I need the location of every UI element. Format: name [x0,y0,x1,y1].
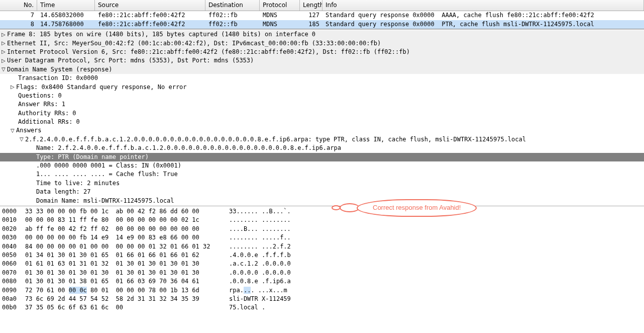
hex-row[interactable]: 005001 34 01 30 01 30 01 65 01 66 01 66 … [0,251,644,260]
expand-icon[interactable]: ▷ [0,57,7,65]
hex-bytes: ab ff fe 00 42 f2 ff 02 00 00 00 00 00 0… [25,225,229,233]
tree-item-udp[interactable]: ▷User Datagram Protocol, Src Port: mdns … [0,56,644,65]
hex-offset: 0060 [2,260,25,268]
label: Transaction ID: 0x0000 [18,74,98,82]
label: Authority RRs: 0 [18,109,76,118]
hex-ascii: 33...... ..B...`. [229,207,291,216]
tree-item-answer-ptr[interactable]: ▽2.f.2.4.0.0.e.f.f.f.b.a.c.1.2.0.0.0.0.0… [0,135,644,144]
tree-item-datalen[interactable]: Data length: 27 [0,188,644,196]
label: Data length: 27 [36,188,90,196]
tree-item-ethernet[interactable]: ▷Ethernet II, Src: MeyerSou_00:42:f2 (00… [0,39,644,48]
cell-no: 7 [0,11,37,20]
tree-item-domainname[interactable]: Domain Name: msli-DWTRX-11245975.local [0,197,644,205]
col-header-info[interactable]: Info [323,0,644,11]
cell-info: Standard query response 0x0000 PTR, cach… [323,20,644,29]
hex-offset: 0000 [2,207,25,216]
hex-ascii: sli-DWTR X-112459 [229,295,291,303]
cell-len: 127 [300,11,323,20]
hex-offset: 00b0 [2,303,25,312]
hex-offset: 0050 [2,251,25,260]
col-header-length[interactable]: Length [300,0,323,11]
label: Domain Name: msli-DWTRX-11245975.local [36,197,174,205]
hex-row[interactable]: 00b037 35 05 6c 6f 63 61 6c 0075.local . [0,303,644,312]
hex-bytes: 01 61 01 63 01 31 01 32 01 30 01 30 01 3… [25,260,229,268]
hex-bytes: 37 35 05 6c 6f 63 61 6c 00 [25,303,229,312]
cell-len: 185 [300,20,323,29]
cell-time: 14.658032000 [37,11,95,20]
hex-bytes: 33 33 00 00 00 fb 00 1c ab 00 42 f2 86 d… [25,207,229,216]
hex-offset: 0070 [2,269,25,277]
hex-offset: 0080 [2,277,25,286]
tree-item-addrrs[interactable]: Additional RRs: 0 [0,118,644,126]
tree-item-ipv6[interactable]: ▷Internet Protocol Version 6, Src: fe80:… [0,48,644,56]
cell-proto: MDNS [260,20,300,29]
collapse-icon[interactable]: ▽ [18,136,25,143]
label: Questions: 0 [18,92,62,100]
tree-item-frame[interactable]: ▷Frame 8: 185 bytes on wire (1480 bits),… [0,30,644,39]
hex-ascii: ........ .....f.. [229,233,291,242]
hex-bytes: 72 70 61 00 00 0c 80 01 00 00 00 78 00 1… [25,286,229,295]
hex-offset: 0040 [2,242,25,251]
packet-row[interactable]: 8 14.758768000 fe80::21c:abff:fe00:42f2 … [0,20,644,29]
tree-item-answerrrs[interactable]: Answer RRs: 1 [0,100,644,109]
hex-ascii: ....B... ........ [229,225,291,233]
hex-row[interactable]: 0020ab ff fe 00 42 f2 ff 02 00 00 00 00 … [0,225,644,233]
hex-row[interactable]: 006001 61 01 63 01 31 01 32 01 30 01 30 … [0,260,644,268]
cell-src: fe80::21c:abff:fe00:42f2 [95,11,205,20]
cell-no: 8 [0,20,37,29]
col-header-time[interactable]: Time [37,0,95,11]
hex-bytes: 84 00 00 00 00 01 00 00 00 00 00 01 32 0… [25,242,229,251]
hex-bytes: 00 00 00 00 00 fb 14 e9 14 e9 00 83 e8 6… [25,233,229,242]
cell-dst: ff02::fb [205,11,260,20]
col-header-no[interactable]: No. [0,0,37,11]
label: Frame 8: 185 bytes on wire (1480 bits), … [7,30,315,39]
hex-bytes: 73 6c 69 2d 44 57 54 52 58 2d 31 31 32 3… [25,295,229,303]
hex-bytes: 00 00 00 83 11 ff fe 80 00 00 00 00 00 0… [25,216,229,224]
packet-row[interactable]: 7 14.658032000 fe80::21c:abff:fe00:42f2 … [0,11,644,20]
hex-row[interactable]: 004084 00 00 00 00 01 00 00 00 00 00 01 … [0,242,644,251]
collapse-icon[interactable]: ▽ [0,66,7,73]
expand-icon[interactable]: ▷ [0,48,7,56]
tree-item-authrrs[interactable]: Authority RRs: 0 [0,109,644,118]
label: Internet Protocol Version 6, Src: fe80::… [7,48,410,56]
tree-item-ttl[interactable]: Time to live: 2 minutes [0,179,644,188]
cell-info: Standard query response 0x0000 AAAA, cac… [323,11,644,20]
hex-offset: 00a0 [2,295,25,303]
tree-item-class[interactable]: .000 0000 0000 0001 = Class: IN (0x0001) [0,161,644,170]
label: Answers [16,126,42,135]
hex-ascii: .a.c.1.2 .0.0.0.0 [229,260,291,268]
hex-row[interactable]: 003000 00 00 00 00 fb 14 e9 14 e9 00 83 … [0,233,644,242]
collapse-icon[interactable]: ▽ [9,127,16,135]
label: Flags: 0x8400 Standard query response, N… [16,83,187,92]
hex-ascii: .0.0.0.0 .0.0.0.0 [229,269,291,277]
col-header-protocol[interactable]: Protocol [260,0,300,11]
packet-list-header: No. Time Source Destination Protocol Len… [0,0,644,11]
hex-offset: 0020 [2,225,25,233]
expand-icon[interactable]: ▷ [9,84,16,91]
tree-item-answers[interactable]: ▽Answers [0,126,644,135]
tree-item-txid[interactable]: Transaction ID: 0x0000 [0,74,644,82]
hex-row[interactable]: 007001 30 01 30 01 30 01 30 01 30 01 30 … [0,269,644,277]
col-header-dest[interactable]: Destination [205,0,260,11]
hex-bytes: 01 30 01 30 01 38 01 65 01 66 03 69 70 3… [25,277,229,286]
hex-row[interactable]: 001000 00 00 83 11 ff fe 80 00 00 00 00 … [0,216,644,224]
hex-selection: 00 0c [69,287,87,294]
expand-icon[interactable]: ▷ [0,40,7,47]
annotation-text: Correct response from Avahid! [357,199,477,217]
tree-item-cacheflush[interactable]: 1... .... .... .... = Cache flush: True [0,170,644,179]
tree-item-name[interactable]: Name: 2.f.2.4.0.0.e.f.f.f.b.a.c.1.2.0.0.… [0,144,644,152]
hex-row[interactable]: 009072 70 61 00 00 0c 80 01 00 00 00 78 … [0,286,644,295]
label: User Datagram Protocol, Src Port: mdns (… [7,56,254,65]
hex-ascii: 75.local . [229,303,265,312]
tree-item-questions[interactable]: Questions: 0 [0,92,644,100]
tree-item-flags[interactable]: ▷Flags: 0x8400 Standard query response, … [0,83,644,92]
cell-time: 14.758768000 [37,20,95,29]
tree-item-dns[interactable]: ▽Domain Name System (response) [0,65,644,74]
tree-item-type-selected[interactable]: Type: PTR (Domain name pointer) [0,153,644,161]
col-header-source[interactable]: Source [95,0,205,11]
hex-bytes: 01 30 01 30 01 30 01 30 01 30 01 30 01 3… [25,269,229,277]
expand-icon[interactable]: ▷ [0,31,7,39]
hex-row[interactable]: 00a073 6c 69 2d 44 57 54 52 58 2d 31 31 … [0,295,644,303]
hex-row[interactable]: 000033 33 00 00 00 fb 00 1c ab 00 42 f2 … [0,207,644,216]
hex-row[interactable]: 008001 30 01 30 01 38 01 65 01 66 03 69 … [0,277,644,286]
